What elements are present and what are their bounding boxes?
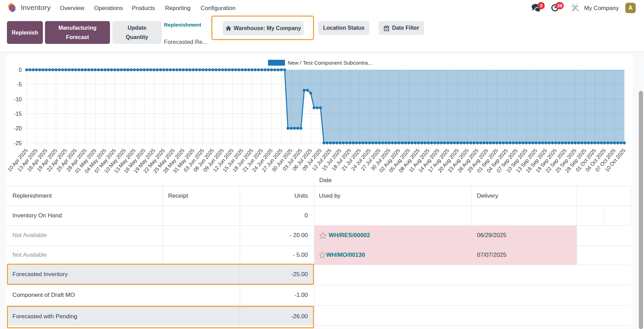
svg-text:-25: -25: [14, 140, 22, 146]
svg-text:-5: -5: [17, 82, 22, 87]
svg-text:New / Test Component Subcontra: New / Test Component Subcontra...: [288, 60, 372, 66]
svg-text:-20: -20: [14, 125, 22, 131]
svg-text:Date: Date: [319, 177, 332, 184]
svg-text:-10: -10: [14, 96, 22, 102]
svg-text:-15: -15: [14, 111, 22, 117]
svg-text:0: 0: [19, 67, 22, 73]
